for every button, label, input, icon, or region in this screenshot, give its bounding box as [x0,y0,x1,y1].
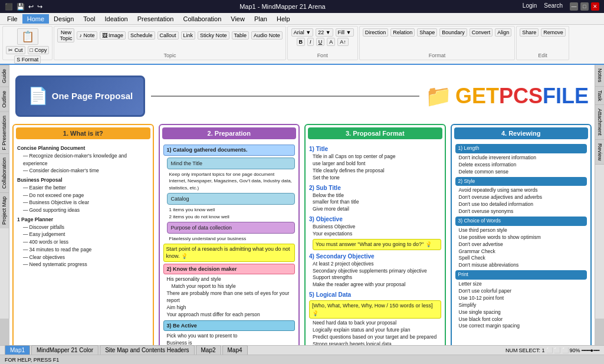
sidebar-tab-presentation[interactable]: F Presentation [0,112,9,154]
right-tab-notes[interactable]: Notes [595,65,604,87]
convert-button[interactable]: Convert [470,28,493,37]
sec1-item2: Consider decision-maker's time [17,167,149,175]
quick-access-undo[interactable]: ↩ [28,3,34,11]
direction-button[interactable]: Direction [363,28,389,37]
sec4-content: 1) Length Don't include irreverent infor… [454,142,589,331]
status-bar: Map1 MindMapper 21 Color Site Map and Co… [0,345,604,355]
menu-plan[interactable]: Plan [250,14,272,24]
menu-design[interactable]: Design [49,14,78,24]
relation-button[interactable]: Relation [390,28,415,37]
ribbon-topic-row: NewTopic ♪ Note 🖼 Image Schedule Callout… [57,28,283,43]
subtitle-item3: Give more detail [313,206,441,213]
font-color-button[interactable]: A [327,38,335,46]
sec-item4: Make the reader agree with your proposal [313,281,441,288]
right-tab-review[interactable]: Review [595,140,604,165]
sec1-item12: Need systematic progress [17,261,149,268]
minimize-button[interactable]: — [570,2,578,11]
tab-map2[interactable]: Map2 [196,345,221,355]
quick-access-save[interactable]: 💾 [17,3,25,11]
menu-help[interactable]: Help [272,14,295,24]
step2-item1a: Match your report to his style [167,283,296,290]
italic-button[interactable]: I [307,38,314,46]
cut-button[interactable]: ✂ Cut [6,46,25,54]
font-label: Font [317,53,328,58]
ribbon: 📋 ✂ Cut □ Copy S Format Clipboard NewTop… [0,25,604,65]
share-button[interactable]: Share [520,28,539,37]
font-size-dropdown[interactable]: 22 ▼ [316,28,333,37]
image-button[interactable]: 🖼 Image [100,31,126,40]
mind-title-box: Mind the Title [167,158,296,170]
underline-button[interactable]: U [316,38,325,46]
sticky-note-button[interactable]: Sticky Note [198,31,229,40]
sidebar-tab-outline[interactable]: Outline [0,87,9,112]
callout-button[interactable]: Callout [157,31,179,40]
sec2-step2: 2) Know the decision maker [163,264,296,275]
sec2-step2-content: His personality and style Match your rep… [163,276,296,318]
format-button[interactable]: S Format [14,55,41,64]
sidebar-tab-guide[interactable]: Guide [0,65,9,87]
logical-highlight: [Who, What, Where, Why, How / 150 words … [309,300,441,319]
menu-bar: File Home Design Tool Ideation Presentat… [0,13,604,25]
sidebar-tab-projectmap[interactable]: Project Map [0,192,9,228]
close-button[interactable]: ✕ [591,2,599,11]
boundary-button[interactable]: Boundary [439,28,467,37]
audio-note-button[interactable]: Audio Note [251,31,283,40]
menu-ideation[interactable]: Ideation [100,14,133,24]
word-item4: Grammar Check [459,248,587,255]
tab-mindmapper[interactable]: MindMapper 21 Color [31,345,99,355]
note-button[interactable]: ♪ Note [77,31,97,40]
font-size-up[interactable]: A↑ [337,38,349,46]
fill-button[interactable]: Fill ▼ [336,28,354,37]
sec2-content: 1) Catalog gathered documents. Mind the … [162,142,297,345]
log-item3: Predict questions based on your target a… [313,334,441,341]
table-button[interactable]: Table [232,31,250,40]
maximize-button[interactable]: □ [580,2,589,11]
right-tab-task[interactable]: Task [595,87,604,106]
copy-button[interactable]: □ Copy [28,46,50,54]
logo-area: 📁 GET PCS FILE [425,84,589,109]
main-canvas[interactable]: 📄 One Page Proposal 📁 GET PCS FILE 1. Wh… [9,65,595,345]
sidebar-tab-collaboration[interactable]: Collaboration [0,153,9,192]
sec1-concise: Concise Planning Document [17,145,149,152]
right-tab-attachment[interactable]: Attachment [595,105,604,140]
ribbon-cut-copy-row: ✂ Cut □ Copy [5,45,50,55]
font-family-dropdown[interactable]: Arial ▼ [291,28,313,37]
tab-sitemap[interactable]: Site Map and Contents Headers [100,345,194,355]
menu-home[interactable]: Home [22,14,49,24]
link-button[interactable]: Link [181,31,196,40]
menu-tool[interactable]: Tool [78,14,100,24]
shape-button[interactable]: Shape [417,28,437,37]
sec1-item9: 400 words or less [17,238,149,246]
menu-file[interactable]: File [2,14,22,24]
ribbon-format-row: Direction Relation Shape Boundary Conver… [362,28,513,37]
section-reviewing: 4. Reviewing 1) Length Don't include irr… [451,124,592,345]
subtitle-item1: Below the title [313,192,441,199]
search-link[interactable]: Search [544,2,563,11]
step3-item1: Pick who you want to present to [167,333,296,340]
quick-access-redo[interactable]: ↪ [37,3,42,11]
tab-map4[interactable]: Map4 [222,345,248,355]
new-topic-button[interactable]: NewTopic [57,28,74,42]
log-item1: Need hard data to back your proposal [313,320,441,327]
sec4-print: Print [455,270,587,280]
zoom-slider[interactable]: ━━━●━━ [582,347,599,353]
menu-collaboration[interactable]: Collaboration [178,14,226,24]
sec1-item11: Clear objectives [17,254,149,261]
sec4-length: 1) Length [455,144,587,153]
sec3-objective-items: Business Objective Your expectations You… [309,224,441,250]
align-button[interactable]: Align [495,28,511,37]
folder-icon: 📁 [425,84,452,109]
menu-view[interactable]: View [226,14,250,24]
sec2-step3: 3) Be Active [163,320,296,332]
schedule-button[interactable]: Schedule [128,31,155,40]
sec-item2: Secondary objective supplements primary … [313,268,441,275]
sec1-item8: Easy judgement [17,231,149,238]
paste-button[interactable]: 📋 [17,28,38,45]
tab-map1[interactable]: Map1 [5,345,30,355]
bold-button[interactable]: B [297,38,306,46]
len-item3: Delete common sense [459,169,587,176]
login-link[interactable]: Login [523,2,537,11]
sec3-subtitle-num: 2) Sub Title [309,184,441,192]
menu-presentation[interactable]: Presentation [133,14,179,24]
remove-button[interactable]: Remove [541,28,566,37]
